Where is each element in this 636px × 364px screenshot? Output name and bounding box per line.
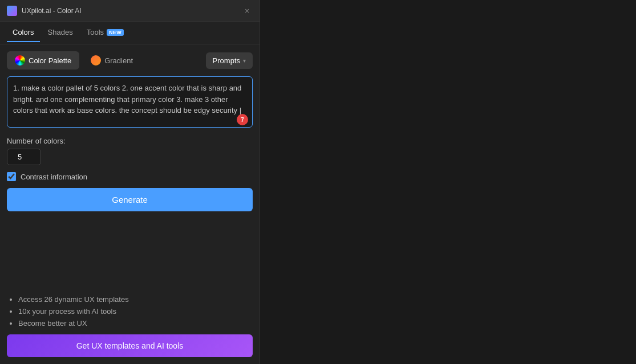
features-list: Access 26 dynamic UX templates 10x your …	[7, 295, 253, 328]
chevron-down-icon: ▾	[243, 58, 246, 64]
number-of-colors-label: Number of colors:	[7, 137, 253, 145]
mode-buttons: Color Palette Gradient	[7, 51, 201, 69]
content-area: Color Palette Gradient Prompts ▾ 1. make…	[0, 44, 260, 364]
tab-colors[interactable]: Colors	[7, 23, 40, 42]
color-palette-button[interactable]: Color Palette	[7, 51, 79, 69]
tab-shades[interactable]: Shades	[42, 23, 79, 42]
mode-button-row: Color Palette Gradient Prompts ▾	[7, 51, 253, 69]
new-badge: NEW	[107, 29, 124, 36]
app-title: UXpilot.ai - Color AI	[22, 7, 82, 15]
svg-point-0	[9, 8, 15, 14]
char-count-badge: 7	[237, 114, 248, 125]
close-button[interactable]: ×	[241, 5, 253, 17]
tab-tools[interactable]: Tools NEW	[81, 23, 129, 42]
contrast-info-row: Contrast information	[7, 172, 253, 181]
number-of-colors-section: Number of colors:	[7, 137, 253, 165]
color-palette-icon	[15, 55, 25, 66]
feature-item-1: Access 26 dynamic UX templates	[18, 295, 253, 304]
gradient-button[interactable]: Gradient	[83, 51, 141, 69]
nav-tabs: Colors Shades Tools NEW	[0, 22, 260, 44]
number-of-colors-input[interactable]	[7, 149, 41, 165]
feature-item-3: Become better at UX	[18, 319, 253, 328]
upgrade-button[interactable]: Get UX templates and AI tools	[7, 334, 253, 357]
title-bar: UXpilot.ai - Color AI ×	[0, 0, 260, 22]
prompt-textarea[interactable]: 1. make a color pallet of 5 colors 2. on…	[7, 76, 253, 128]
contrast-label: Contrast information	[21, 173, 87, 181]
generate-button[interactable]: Generate	[7, 188, 253, 211]
prompts-dropdown[interactable]: Prompts ▾	[206, 52, 253, 69]
contrast-checkbox[interactable]	[7, 172, 16, 181]
app-icon	[7, 6, 17, 16]
feature-item-2: 10x your process with AI tools	[18, 307, 253, 316]
gradient-icon	[91, 55, 101, 66]
prompt-textarea-wrapper: 1. make a color pallet of 5 colors 2. on…	[7, 76, 253, 130]
